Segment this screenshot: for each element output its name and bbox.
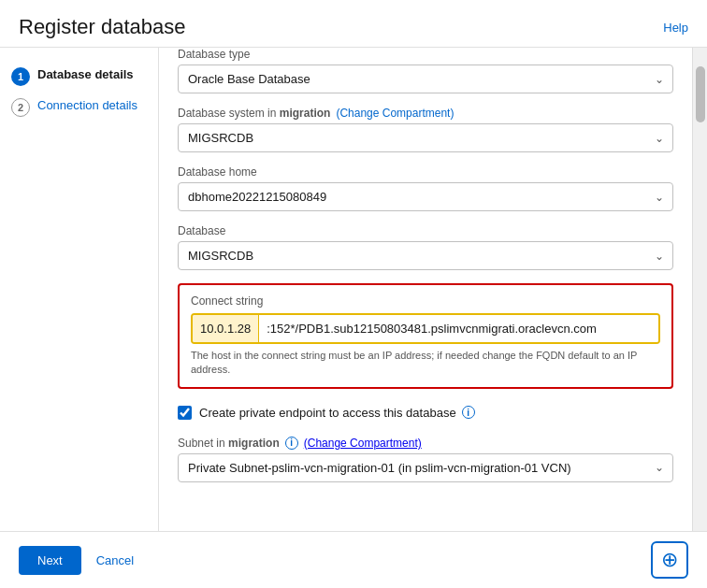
database-select-wrapper: MIGSRCDB ⌄	[178, 241, 673, 270]
database-system-select-wrapper: MIGSRCDB ⌄	[178, 123, 673, 152]
database-home-select-wrapper: dbhome20221215080849 ⌄	[178, 182, 673, 211]
subnet-label-text: Subnet in migration	[178, 437, 280, 450]
database-system-label: Database system in migration (Change Com…	[178, 107, 673, 120]
database-home-section: Database home dbhome20221215080849 ⌄	[178, 165, 673, 211]
subnet-section: Subnet in migration i (Change Compartmen…	[178, 437, 673, 482]
database-section: Database MIGSRCDB ⌄	[178, 224, 673, 270]
database-type-label: Database type	[178, 48, 673, 61]
connect-string-ip-part: 10.0.1.28	[193, 315, 259, 342]
connect-string-label: Connect string	[191, 294, 660, 308]
subnet-label: Subnet in migration i (Change Compartmen…	[178, 437, 673, 450]
connect-string-hint: The host in the connect string must be a…	[191, 349, 660, 378]
cancel-link[interactable]: Cancel	[96, 553, 134, 567]
step-2-number: 2	[11, 98, 30, 117]
step-1-number: 1	[11, 67, 30, 86]
private-endpoint-row: Create private endpoint to access this d…	[178, 402, 673, 423]
subnet-change-compartment-link[interactable]: (Change Compartment)	[304, 437, 422, 450]
private-endpoint-label[interactable]: Create private endpoint to access this d…	[199, 406, 475, 420]
next-button[interactable]: Next	[19, 546, 81, 575]
database-type-select-wrapper: Oracle Base Database ⌄	[178, 65, 673, 93]
step-2-label[interactable]: Connection details	[37, 97, 137, 114]
subnet-select-wrapper: Private Subnet-pslim-vcn-migration-01 (i…	[178, 453, 673, 482]
connect-string-section: Connect string 10.0.1.28 The host in the…	[178, 283, 673, 389]
step-1: 1 Database details	[11, 66, 147, 86]
database-system-section: Database system in migration (Change Com…	[178, 107, 673, 152]
help-widget[interactable]: ⊕	[651, 541, 688, 579]
private-endpoint-checkbox[interactable]	[178, 406, 192, 420]
page-header: Register database Help	[0, 0, 707, 48]
footer-actions: Next Cancel	[19, 546, 134, 575]
subnet-select[interactable]: Private Subnet-pslim-vcn-migration-01 (i…	[178, 453, 673, 482]
scrollbar-thumb[interactable]	[696, 66, 705, 122]
main-form: Database type Oracle Base Database ⌄ Dat…	[159, 48, 692, 531]
database-system-select[interactable]: MIGSRCDB	[178, 123, 673, 152]
database-system-label-text: Database system in migration	[178, 107, 330, 120]
help-lifesaver-icon: ⊕	[661, 548, 678, 572]
footer: Next Cancel ⊕	[0, 531, 707, 588]
step-2: 2 Connection details	[11, 97, 147, 117]
subnet-info-icon[interactable]: i	[285, 437, 298, 450]
sidebar: 1 Database details 2 Connection details	[0, 48, 159, 531]
connect-string-input[interactable]	[259, 315, 658, 342]
connect-string-input-wrapper: 10.0.1.28	[191, 313, 660, 344]
database-type-select[interactable]: Oracle Base Database	[178, 65, 673, 93]
database-type-section: Database type Oracle Base Database ⌄	[178, 48, 673, 93]
step-1-label: Database details	[37, 66, 134, 83]
database-system-change-compartment-link[interactable]: (Change Compartment)	[336, 107, 454, 120]
database-home-label: Database home	[178, 165, 673, 179]
database-select[interactable]: MIGSRCDB	[178, 241, 673, 270]
page-title: Register database	[19, 15, 186, 39]
private-endpoint-info-icon[interactable]: i	[462, 406, 475, 419]
help-link[interactable]: Help	[663, 21, 688, 35]
database-home-select[interactable]: dbhome20221215080849	[178, 182, 673, 211]
database-label: Database	[178, 224, 673, 237]
scrollbar[interactable]	[692, 48, 707, 531]
